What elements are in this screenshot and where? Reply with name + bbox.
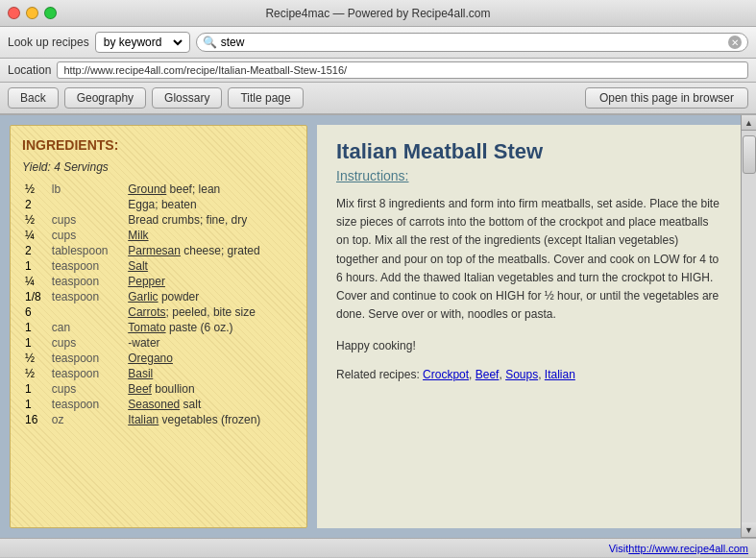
yield-text: Yield: 4 Servings bbox=[22, 160, 295, 174]
location-url[interactable]: http://www.recipe4all.com/recipe/Italian… bbox=[57, 61, 748, 79]
recipe-title: Italian Meatball Stew bbox=[336, 139, 721, 164]
maximize-button[interactable] bbox=[44, 7, 57, 19]
ingredient-name: Parmesan cheese; grated bbox=[125, 243, 295, 258]
ingredient-unit: teaspoon bbox=[49, 366, 125, 381]
location-bar: Location http://www.recipe4all.com/recip… bbox=[0, 59, 756, 83]
close-button[interactable] bbox=[8, 7, 20, 19]
ingredient-unit: cups bbox=[49, 381, 125, 397]
search-input[interactable] bbox=[221, 36, 724, 49]
scroll-track[interactable] bbox=[742, 131, 756, 522]
related-link-beef[interactable]: Beef bbox=[476, 368, 500, 381]
related-link-crockpot[interactable]: Crockpot bbox=[423, 368, 469, 381]
ingredient-row: ½ cups Bread crumbs; fine, dry bbox=[22, 212, 295, 228]
ingredient-name: Seasoned salt bbox=[125, 397, 295, 412]
search-box[interactable]: 🔍 ✕ bbox=[196, 33, 748, 52]
ingredient-amount: ½ bbox=[22, 212, 49, 228]
ingredient-name: Carrots; peeled, bite size bbox=[125, 304, 295, 320]
ingredient-name: Garlic powder bbox=[125, 289, 295, 304]
scroll-down-arrow[interactable]: ▼ bbox=[742, 522, 756, 538]
main-content: INGREDIENTS: Yield: 4 Servings ½ lb Grou… bbox=[0, 115, 756, 538]
ingredient-unit: teaspoon bbox=[49, 351, 125, 366]
toolbar: Look up recipes by keyword by ingredient… bbox=[0, 27, 756, 59]
search-dropdown[interactable]: by keyword by ingredient by category bbox=[95, 32, 190, 53]
recipe-body: Mix first 8 ingredients and form into fi… bbox=[336, 195, 721, 324]
ingredient-name: Bread crumbs; fine, dry bbox=[125, 212, 295, 228]
ingredient-amount: 1 bbox=[22, 381, 49, 397]
ingredient-name: Egga; beaten bbox=[125, 197, 295, 212]
ingredient-name: Oregano bbox=[125, 351, 295, 366]
ingredient-unit bbox=[49, 304, 125, 320]
location-label: Location bbox=[8, 63, 51, 77]
open-browser-button[interactable]: Open this page in browser bbox=[585, 87, 748, 109]
ingredient-row: 6 Carrots; peeled, bite size bbox=[22, 304, 295, 320]
ingredient-name: Basil bbox=[125, 366, 295, 381]
ingredient-amount: 1 bbox=[22, 335, 49, 351]
ingredient-amount: ½ bbox=[22, 366, 49, 381]
back-button[interactable]: Back bbox=[8, 87, 59, 109]
title-bar: Recipe4mac — Powered by Recipe4all.com bbox=[0, 0, 756, 27]
related-label: Related recipes: bbox=[336, 368, 420, 381]
window-controls[interactable] bbox=[8, 7, 57, 19]
related-link-italian[interactable]: Italian bbox=[545, 368, 575, 381]
geography-button[interactable]: Geography bbox=[64, 87, 146, 109]
happy-cooking: Happy cooking! bbox=[336, 339, 721, 352]
ingredient-unit: teaspoon bbox=[49, 397, 125, 412]
ingredient-name: Salt bbox=[125, 258, 295, 274]
ingredient-unit: teaspoon bbox=[49, 258, 125, 274]
ingredient-row: 1 cups -water bbox=[22, 335, 295, 351]
ingredient-name: -water bbox=[125, 335, 295, 351]
ingredient-name: Tomato paste (6 oz.) bbox=[125, 320, 295, 335]
ingredient-row: ½ teaspoon Basil bbox=[22, 366, 295, 381]
ingredient-name: Italian vegetables (frozen) bbox=[125, 412, 295, 427]
related-links: Crockpot, Beef, Soups, Italian bbox=[423, 368, 575, 381]
ingredient-amount: 16 bbox=[22, 412, 49, 427]
ingredient-row: 1/8 teaspoon Garlic powder bbox=[22, 289, 295, 304]
ingredient-name: Pepper bbox=[125, 274, 295, 289]
ingredient-unit bbox=[49, 197, 125, 212]
scroll-thumb[interactable] bbox=[743, 135, 756, 174]
window-title: Recipe4mac — Powered by Recipe4all.com bbox=[265, 7, 490, 20]
ingredient-row: 2 Egga; beaten bbox=[22, 197, 295, 212]
minimize-button[interactable] bbox=[26, 7, 38, 19]
ingredient-row: ¼ teaspoon Pepper bbox=[22, 274, 295, 289]
ingredient-amount: 6 bbox=[22, 304, 49, 320]
ingredient-unit: tablespoon bbox=[49, 243, 125, 258]
title-page-button[interactable]: Title page bbox=[228, 87, 303, 109]
ingredient-unit: oz bbox=[49, 412, 125, 427]
ingredient-amount: ¼ bbox=[22, 274, 49, 289]
ingredient-name: Ground beef; lean bbox=[125, 182, 295, 197]
related-link-soups[interactable]: Soups bbox=[505, 368, 538, 381]
scrollbar[interactable]: ▲ ▼ bbox=[741, 115, 756, 538]
scroll-up-arrow[interactable]: ▲ bbox=[742, 115, 756, 131]
ingredient-row: 1 teaspoon Salt bbox=[22, 258, 295, 274]
ingredient-row: ½ lb Ground beef; lean bbox=[22, 182, 295, 197]
ingredient-row: 1 cups Beef boullion bbox=[22, 381, 295, 397]
ingredient-unit: can bbox=[49, 320, 125, 335]
status-bar: Visit http://www.recipe4all.com bbox=[0, 538, 756, 557]
ingredient-unit: lb bbox=[49, 182, 125, 197]
ingredients-card: INGREDIENTS: Yield: 4 Servings ½ lb Grou… bbox=[10, 125, 307, 528]
ingredient-amount: ½ bbox=[22, 182, 49, 197]
ingredient-row: 1 can Tomato paste (6 oz.) bbox=[22, 320, 295, 335]
ingredient-row: 16 oz Italian vegetables (frozen) bbox=[22, 412, 295, 427]
ingredient-amount: ½ bbox=[22, 351, 49, 366]
visit-url-link[interactable]: http://www.recipe4all.com bbox=[628, 543, 748, 554]
ingredient-amount: 1 bbox=[22, 320, 49, 335]
ingredient-unit: teaspoon bbox=[49, 274, 125, 289]
ingredients-title: INGREDIENTS: bbox=[22, 137, 295, 153]
instructions-label: Instructions: bbox=[336, 168, 721, 183]
ingredient-amount: 1/8 bbox=[22, 289, 49, 304]
ingredient-amount: ¼ bbox=[22, 228, 49, 243]
recipe-content: Italian Meatball Stew Instructions: Mix … bbox=[317, 125, 741, 528]
ingredient-unit: cups bbox=[49, 228, 125, 243]
ingredient-row: ½ teaspoon Oregano bbox=[22, 351, 295, 366]
ingredient-amount: 2 bbox=[22, 243, 49, 258]
keyword-select[interactable]: by keyword by ingredient by category bbox=[100, 35, 185, 50]
ingredient-unit: teaspoon bbox=[49, 289, 125, 304]
search-clear-button[interactable]: ✕ bbox=[728, 36, 742, 49]
glossary-button[interactable]: Glossary bbox=[152, 87, 222, 109]
ingredient-unit: cups bbox=[49, 335, 125, 351]
ingredient-amount: 2 bbox=[22, 197, 49, 212]
ingredient-name: Milk bbox=[125, 228, 295, 243]
ingredient-row: 2 tablespoon Parmesan cheese; grated bbox=[22, 243, 295, 258]
